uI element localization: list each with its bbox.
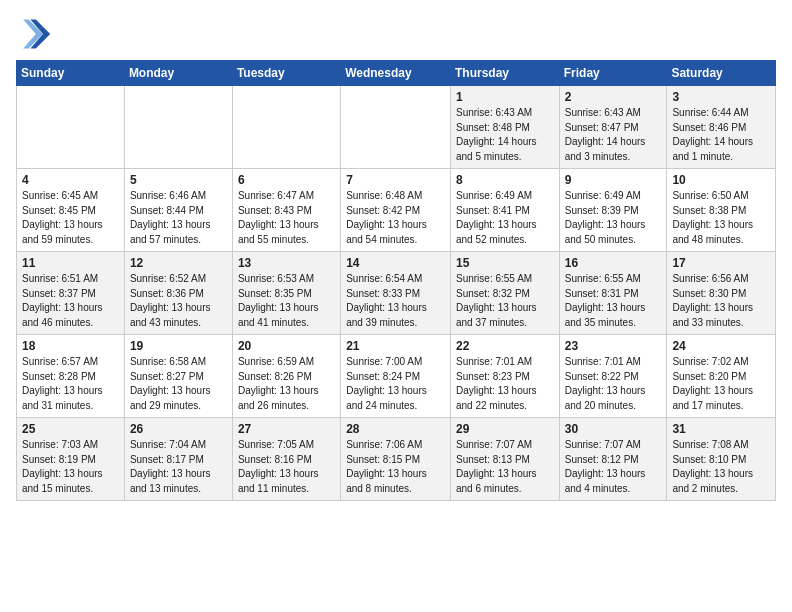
day-info: Sunrise: 7:00 AM Sunset: 8:24 PM Dayligh…	[346, 355, 445, 413]
calendar-cell: 3Sunrise: 6:44 AM Sunset: 8:46 PM Daylig…	[667, 86, 776, 169]
day-number: 29	[456, 422, 554, 436]
calendar-cell: 25Sunrise: 7:03 AM Sunset: 8:19 PM Dayli…	[17, 418, 125, 501]
day-info: Sunrise: 6:43 AM Sunset: 8:47 PM Dayligh…	[565, 106, 662, 164]
col-header-tuesday: Tuesday	[232, 61, 340, 86]
calendar-cell: 8Sunrise: 6:49 AM Sunset: 8:41 PM Daylig…	[450, 169, 559, 252]
calendar-cell: 12Sunrise: 6:52 AM Sunset: 8:36 PM Dayli…	[124, 252, 232, 335]
day-info: Sunrise: 6:48 AM Sunset: 8:42 PM Dayligh…	[346, 189, 445, 247]
calendar-table: SundayMondayTuesdayWednesdayThursdayFrid…	[16, 60, 776, 501]
day-number: 27	[238, 422, 335, 436]
day-number: 2	[565, 90, 662, 104]
day-number: 11	[22, 256, 119, 270]
day-number: 8	[456, 173, 554, 187]
col-header-monday: Monday	[124, 61, 232, 86]
day-number: 22	[456, 339, 554, 353]
day-number: 18	[22, 339, 119, 353]
day-info: Sunrise: 6:55 AM Sunset: 8:31 PM Dayligh…	[565, 272, 662, 330]
calendar-cell: 28Sunrise: 7:06 AM Sunset: 8:15 PM Dayli…	[341, 418, 451, 501]
day-info: Sunrise: 6:57 AM Sunset: 8:28 PM Dayligh…	[22, 355, 119, 413]
day-number: 28	[346, 422, 445, 436]
calendar-cell: 5Sunrise: 6:46 AM Sunset: 8:44 PM Daylig…	[124, 169, 232, 252]
calendar-cell: 27Sunrise: 7:05 AM Sunset: 8:16 PM Dayli…	[232, 418, 340, 501]
calendar-cell: 30Sunrise: 7:07 AM Sunset: 8:12 PM Dayli…	[559, 418, 667, 501]
calendar-cell: 1Sunrise: 6:43 AM Sunset: 8:48 PM Daylig…	[450, 86, 559, 169]
calendar-cell: 26Sunrise: 7:04 AM Sunset: 8:17 PM Dayli…	[124, 418, 232, 501]
calendar-cell: 7Sunrise: 6:48 AM Sunset: 8:42 PM Daylig…	[341, 169, 451, 252]
day-number: 12	[130, 256, 227, 270]
day-info: Sunrise: 7:01 AM Sunset: 8:22 PM Dayligh…	[565, 355, 662, 413]
calendar-cell: 31Sunrise: 7:08 AM Sunset: 8:10 PM Dayli…	[667, 418, 776, 501]
day-number: 30	[565, 422, 662, 436]
calendar-cell: 10Sunrise: 6:50 AM Sunset: 8:38 PM Dayli…	[667, 169, 776, 252]
day-number: 10	[672, 173, 770, 187]
day-info: Sunrise: 6:56 AM Sunset: 8:30 PM Dayligh…	[672, 272, 770, 330]
day-number: 1	[456, 90, 554, 104]
day-info: Sunrise: 7:07 AM Sunset: 8:13 PM Dayligh…	[456, 438, 554, 496]
day-number: 31	[672, 422, 770, 436]
day-info: Sunrise: 6:53 AM Sunset: 8:35 PM Dayligh…	[238, 272, 335, 330]
day-info: Sunrise: 6:44 AM Sunset: 8:46 PM Dayligh…	[672, 106, 770, 164]
day-info: Sunrise: 6:59 AM Sunset: 8:26 PM Dayligh…	[238, 355, 335, 413]
calendar-cell: 14Sunrise: 6:54 AM Sunset: 8:33 PM Dayli…	[341, 252, 451, 335]
calendar-cell: 22Sunrise: 7:01 AM Sunset: 8:23 PM Dayli…	[450, 335, 559, 418]
day-number: 3	[672, 90, 770, 104]
col-header-wednesday: Wednesday	[341, 61, 451, 86]
day-number: 6	[238, 173, 335, 187]
day-number: 16	[565, 256, 662, 270]
day-info: Sunrise: 6:52 AM Sunset: 8:36 PM Dayligh…	[130, 272, 227, 330]
day-number: 7	[346, 173, 445, 187]
calendar-cell: 17Sunrise: 6:56 AM Sunset: 8:30 PM Dayli…	[667, 252, 776, 335]
day-info: Sunrise: 6:47 AM Sunset: 8:43 PM Dayligh…	[238, 189, 335, 247]
day-info: Sunrise: 7:03 AM Sunset: 8:19 PM Dayligh…	[22, 438, 119, 496]
day-number: 24	[672, 339, 770, 353]
calendar-cell: 6Sunrise: 6:47 AM Sunset: 8:43 PM Daylig…	[232, 169, 340, 252]
day-info: Sunrise: 7:08 AM Sunset: 8:10 PM Dayligh…	[672, 438, 770, 496]
col-header-saturday: Saturday	[667, 61, 776, 86]
calendar-cell: 2Sunrise: 6:43 AM Sunset: 8:47 PM Daylig…	[559, 86, 667, 169]
day-number: 21	[346, 339, 445, 353]
logo	[16, 16, 56, 52]
calendar-cell: 9Sunrise: 6:49 AM Sunset: 8:39 PM Daylig…	[559, 169, 667, 252]
day-number: 20	[238, 339, 335, 353]
day-info: Sunrise: 6:45 AM Sunset: 8:45 PM Dayligh…	[22, 189, 119, 247]
day-info: Sunrise: 7:04 AM Sunset: 8:17 PM Dayligh…	[130, 438, 227, 496]
col-header-friday: Friday	[559, 61, 667, 86]
day-info: Sunrise: 7:07 AM Sunset: 8:12 PM Dayligh…	[565, 438, 662, 496]
calendar-cell: 21Sunrise: 7:00 AM Sunset: 8:24 PM Dayli…	[341, 335, 451, 418]
page-header	[16, 16, 776, 52]
calendar-cell: 4Sunrise: 6:45 AM Sunset: 8:45 PM Daylig…	[17, 169, 125, 252]
day-info: Sunrise: 6:46 AM Sunset: 8:44 PM Dayligh…	[130, 189, 227, 247]
day-number: 9	[565, 173, 662, 187]
calendar-cell: 19Sunrise: 6:58 AM Sunset: 8:27 PM Dayli…	[124, 335, 232, 418]
calendar-cell: 29Sunrise: 7:07 AM Sunset: 8:13 PM Dayli…	[450, 418, 559, 501]
day-info: Sunrise: 6:51 AM Sunset: 8:37 PM Dayligh…	[22, 272, 119, 330]
day-info: Sunrise: 6:55 AM Sunset: 8:32 PM Dayligh…	[456, 272, 554, 330]
calendar-cell: 11Sunrise: 6:51 AM Sunset: 8:37 PM Dayli…	[17, 252, 125, 335]
day-number: 5	[130, 173, 227, 187]
calendar-cell: 24Sunrise: 7:02 AM Sunset: 8:20 PM Dayli…	[667, 335, 776, 418]
day-number: 15	[456, 256, 554, 270]
calendar-cell: 15Sunrise: 6:55 AM Sunset: 8:32 PM Dayli…	[450, 252, 559, 335]
day-info: Sunrise: 6:54 AM Sunset: 8:33 PM Dayligh…	[346, 272, 445, 330]
day-number: 17	[672, 256, 770, 270]
day-number: 19	[130, 339, 227, 353]
calendar-cell: 23Sunrise: 7:01 AM Sunset: 8:22 PM Dayli…	[559, 335, 667, 418]
day-number: 13	[238, 256, 335, 270]
day-info: Sunrise: 6:50 AM Sunset: 8:38 PM Dayligh…	[672, 189, 770, 247]
day-info: Sunrise: 6:49 AM Sunset: 8:41 PM Dayligh…	[456, 189, 554, 247]
day-number: 25	[22, 422, 119, 436]
day-info: Sunrise: 7:02 AM Sunset: 8:20 PM Dayligh…	[672, 355, 770, 413]
day-info: Sunrise: 6:49 AM Sunset: 8:39 PM Dayligh…	[565, 189, 662, 247]
calendar-cell	[17, 86, 125, 169]
calendar-cell: 18Sunrise: 6:57 AM Sunset: 8:28 PM Dayli…	[17, 335, 125, 418]
calendar-cell	[341, 86, 451, 169]
day-number: 26	[130, 422, 227, 436]
day-number: 23	[565, 339, 662, 353]
day-info: Sunrise: 6:58 AM Sunset: 8:27 PM Dayligh…	[130, 355, 227, 413]
day-info: Sunrise: 7:06 AM Sunset: 8:15 PM Dayligh…	[346, 438, 445, 496]
calendar-cell	[124, 86, 232, 169]
col-header-thursday: Thursday	[450, 61, 559, 86]
col-header-sunday: Sunday	[17, 61, 125, 86]
logo-icon	[16, 16, 52, 52]
calendar-cell: 13Sunrise: 6:53 AM Sunset: 8:35 PM Dayli…	[232, 252, 340, 335]
